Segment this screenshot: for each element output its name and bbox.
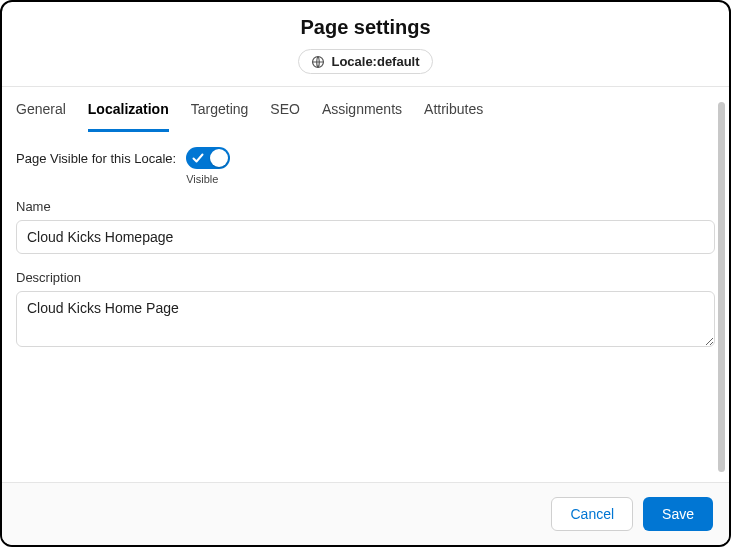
cancel-button[interactable]: Cancel: [551, 497, 633, 531]
tab-seo[interactable]: SEO: [270, 87, 300, 132]
visibility-status: Visible: [186, 173, 218, 185]
description-textarea[interactable]: [16, 291, 715, 347]
tab-targeting[interactable]: Targeting: [191, 87, 249, 132]
globe-icon: [311, 55, 325, 69]
tab-attributes[interactable]: Attributes: [424, 87, 483, 132]
locale-chip-label: Locale:default: [331, 54, 419, 69]
tab-content: Page Visible for this Locale: Visible Na…: [2, 133, 729, 365]
visibility-row: Page Visible for this Locale: Visible: [16, 147, 715, 185]
visibility-toggle[interactable]: [186, 147, 230, 169]
name-label: Name: [16, 199, 715, 214]
locale-chip[interactable]: Locale:default: [298, 49, 432, 74]
dialog-footer: Cancel Save: [2, 482, 729, 545]
tab-assignments[interactable]: Assignments: [322, 87, 402, 132]
dialog-title: Page settings: [2, 16, 729, 39]
tab-general[interactable]: General: [16, 87, 66, 132]
save-button[interactable]: Save: [643, 497, 713, 531]
toggle-knob: [210, 149, 228, 167]
locale-row: Locale:default: [2, 49, 729, 86]
page-settings-dialog: Page settings Locale:default General Loc…: [2, 2, 729, 545]
tab-localization[interactable]: Localization: [88, 87, 169, 132]
scroll-area[interactable]: General Localization Targeting SEO Assig…: [2, 87, 729, 482]
check-icon: [191, 151, 205, 165]
tabs: General Localization Targeting SEO Assig…: [2, 87, 729, 133]
visibility-label: Page Visible for this Locale:: [16, 147, 176, 166]
visibility-toggle-col: Visible: [186, 147, 230, 185]
scrollbar[interactable]: [718, 102, 725, 472]
name-input[interactable]: [16, 220, 715, 254]
description-label: Description: [16, 270, 715, 285]
dialog-header: Page settings: [2, 2, 729, 49]
